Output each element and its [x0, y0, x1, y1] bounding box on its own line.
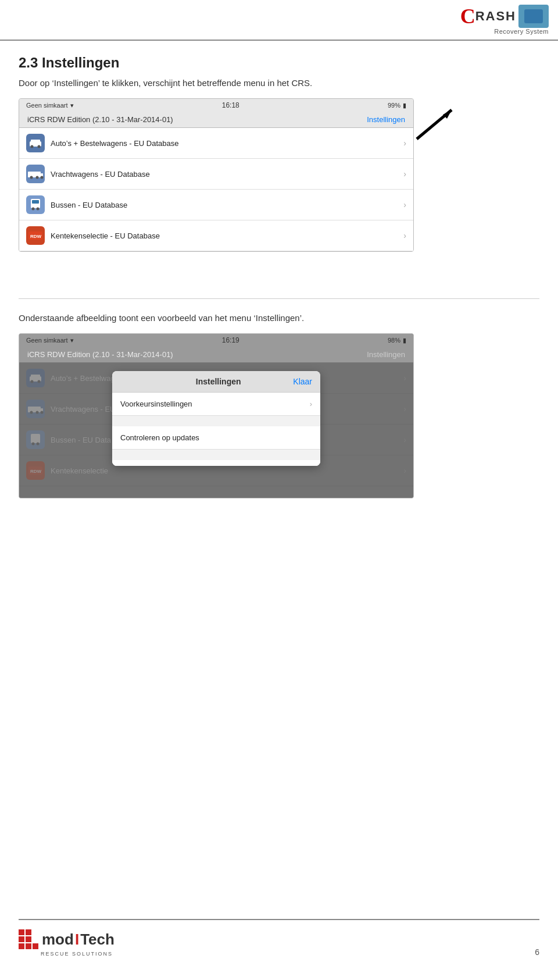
chevron-1: ›: [403, 138, 406, 148]
modal-item-1[interactable]: Voorkeursinstellingen ›: [112, 393, 320, 416]
statusbar-left-2: Geen simkaart ▾: [26, 337, 74, 344]
section-title: 2.3 Instellingen: [19, 55, 539, 71]
modal-chevron-1: ›: [310, 400, 312, 408]
svg-point-8: [41, 176, 44, 179]
navbar-2: iCRS RDW Edition (2.10 - 31-Mar-2014-01)…: [19, 347, 413, 363]
svg-rect-10: [32, 200, 39, 204]
modal-header: Instellingen Klaar: [112, 371, 320, 393]
logo-box-inner: [524, 9, 543, 23]
battery-percent-2: 98%: [388, 337, 400, 344]
chevron-4: ›: [403, 231, 406, 240]
statusbar-time-2: 16:19: [222, 336, 239, 344]
overlay-container: Auto’s + Bestelwagens - EU Database › Vr…: [19, 363, 413, 498]
modal-overlay: Instellingen Klaar Voorkeursinstellingen…: [19, 363, 413, 498]
navbar-title-2: iCRS RDW Edition (2.10 - 31-Mar-2014-01): [27, 350, 173, 359]
statusbar-time-1: 16:18: [222, 101, 239, 109]
footer: mod I Tech RESCUE SOLUTIONS 6: [19, 919, 539, 957]
truck-icon-1: [26, 165, 45, 183]
logo-box: [518, 5, 549, 28]
svg-point-2: [31, 145, 34, 148]
bus-icon-1: [26, 195, 45, 214]
navbar-title-1: iCRS RDW Edition (2.10 - 31-Mar-2014-01): [27, 115, 173, 124]
section-desc2: Onderstaande afbeelding toont een voorbe…: [19, 313, 539, 323]
list-item-2[interactable]: Vrachtwagens - EU Database ›: [19, 159, 413, 190]
svg-text:RDW: RDW: [30, 234, 42, 239]
car-icon-1: [26, 134, 45, 152]
moditech-i-text: I: [75, 931, 79, 949]
arrow-annotation: [411, 104, 463, 145]
battery-icon-2: ▮: [403, 337, 406, 344]
ios-mockup-1: Geen simkaart ▾ 16:18 99% ▮ iCRS RDW Edi…: [19, 98, 414, 252]
wifi-icon-2: ▾: [70, 337, 74, 344]
moditech-mod-text: mod: [42, 931, 74, 949]
logo-wrapper: C RASH Recovery System: [460, 5, 549, 35]
chevron-3: ›: [403, 200, 406, 209]
list-text-2: Vrachtwagens - EU Database: [51, 170, 398, 179]
page-content: 2.3 Instellingen Door op ‘Instellingen’ …: [0, 41, 558, 512]
modal-close-button[interactable]: Klaar: [293, 377, 312, 386]
moditech-logo: mod I Tech RESCUE SOLUTIONS: [19, 929, 115, 957]
moditech-top-row: mod I Tech: [19, 929, 115, 949]
list-text-1: Auto’s + Bestelwagens - EU Database: [51, 139, 398, 148]
list-item-4[interactable]: RDW Kentekenselectie - EU Database ›: [19, 220, 413, 251]
modal-section-gap-2: [112, 450, 320, 460]
statusbar-2: Geen simkaart ▾ 16:19 98% ▮: [19, 334, 413, 347]
overlay-bottom-spacer: [19, 477, 413, 498]
statusbar-left-1: Geen simkaart ▾: [26, 102, 74, 109]
chevron-2: ›: [403, 169, 406, 179]
signal-text-2: Geen simkaart: [26, 337, 68, 344]
page-number: 6: [535, 947, 539, 957]
moditech-subtitle: RESCUE SOLUTIONS: [41, 951, 113, 957]
signal-text-1: Geen simkaart: [26, 102, 68, 109]
moditech-tech-text: Tech: [80, 931, 115, 949]
svg-point-6: [30, 176, 33, 179]
mockup1-wrapper: Geen simkaart ▾ 16:18 99% ▮ iCRS RDW Edi…: [19, 98, 414, 268]
list-item-1[interactable]: Auto’s + Bestelwagens - EU Database ›: [19, 128, 413, 159]
ios-mockup-2: Geen simkaart ▾ 16:19 98% ▮ iCRS RDW Edi…: [19, 333, 414, 498]
svg-rect-4: [28, 172, 41, 177]
list-text-3: Bussen - EU Database: [51, 201, 398, 209]
navbar-1: iCRS RDW Edition (2.10 - 31-Mar-2014-01)…: [19, 112, 413, 128]
navbar-action-2: Instellingen: [367, 350, 405, 359]
navbar-action-1[interactable]: Instellingen: [367, 115, 405, 124]
wifi-icon: ▾: [70, 102, 74, 109]
section-divider: [19, 298, 539, 299]
svg-point-12: [37, 208, 40, 211]
svg-point-7: [36, 176, 39, 179]
modal-item-text-2: Controleren op updates: [120, 433, 199, 442]
modal-section-gap-1: [112, 416, 320, 426]
modal-item-2[interactable]: Controleren op updates: [112, 426, 320, 450]
list-text-4: Kentekenselectie - EU Database: [51, 231, 398, 240]
plate-icon-1: RDW: [26, 226, 45, 245]
statusbar-right-1: 99% ▮: [388, 102, 406, 109]
section-description: Door op ‘Instellingen’ te klikken, versc…: [19, 78, 539, 88]
svg-point-3: [38, 145, 41, 148]
header: C RASH Recovery System: [0, 0, 558, 41]
svg-rect-1: [31, 140, 40, 143]
ios-list-1: Auto’s + Bestelwagens - EU Database › Vr…: [19, 128, 413, 251]
battery-percent-1: 99%: [388, 102, 400, 109]
statusbar-right-2: 98% ▮: [388, 337, 406, 344]
statusbar-1: Geen simkaart ▾ 16:18 99% ▮: [19, 99, 413, 112]
modal-list: Voorkeursinstellingen › Controleren op u…: [112, 393, 320, 466]
svg-point-11: [32, 208, 35, 211]
logo-subtitle: Recovery System: [494, 28, 549, 35]
logo-c: C: [460, 6, 475, 27]
modal-item-text-1: Voorkeursinstellingen: [120, 400, 192, 408]
ios-modal: Instellingen Klaar Voorkeursinstellingen…: [112, 371, 320, 466]
modal-item-3[interactable]: Licentiebeheer ›: [112, 460, 320, 466]
logo-rash: RASH: [475, 9, 516, 24]
battery-icon-1: ▮: [403, 102, 406, 109]
list-item-3[interactable]: Bussen - EU Database ›: [19, 190, 413, 220]
modal-title: Instellingen: [144, 377, 293, 386]
